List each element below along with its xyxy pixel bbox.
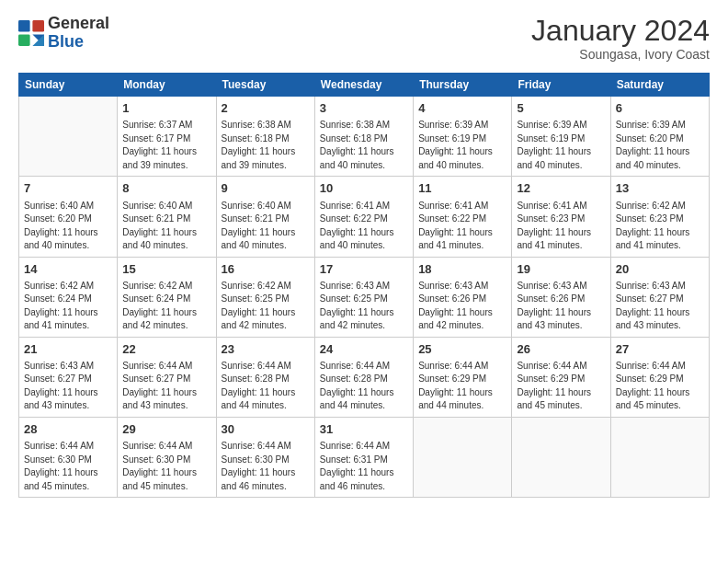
day-number: 14 bbox=[24, 261, 112, 278]
day-number: 20 bbox=[616, 261, 704, 278]
calendar-cell: 16 Sunrise: 6:42 AMSunset: 6:25 PMDaylig… bbox=[216, 257, 314, 337]
day-info: Sunrise: 6:37 AMSunset: 6:17 PMDaylight:… bbox=[122, 119, 210, 172]
calendar-cell: 15 Sunrise: 6:42 AMSunset: 6:24 PMDaylig… bbox=[118, 257, 216, 337]
day-info: Sunrise: 6:41 AMSunset: 6:23 PMDaylight:… bbox=[517, 200, 605, 253]
title-block: January 2024 Soungasa, Ivory Coast bbox=[531, 15, 710, 62]
svg-rect-2 bbox=[18, 34, 30, 46]
day-number: 31 bbox=[320, 421, 408, 438]
calendar-cell: 29 Sunrise: 6:44 AMSunset: 6:30 PMDaylig… bbox=[118, 417, 216, 497]
day-number: 1 bbox=[122, 100, 210, 117]
col-friday: Friday bbox=[512, 74, 610, 97]
day-info: Sunrise: 6:38 AMSunset: 6:18 PMDaylight:… bbox=[320, 119, 408, 172]
day-info: Sunrise: 6:39 AMSunset: 6:20 PMDaylight:… bbox=[616, 119, 704, 172]
day-info: Sunrise: 6:44 AMSunset: 6:29 PMDaylight:… bbox=[517, 360, 605, 413]
col-thursday: Thursday bbox=[414, 74, 512, 97]
calendar-cell: 6 Sunrise: 6:39 AMSunset: 6:20 PMDayligh… bbox=[610, 97, 709, 177]
calendar-week-2: 7 Sunrise: 6:40 AMSunset: 6:20 PMDayligh… bbox=[19, 177, 710, 257]
day-info: Sunrise: 6:44 AMSunset: 6:30 PMDaylight:… bbox=[24, 440, 112, 493]
day-number: 9 bbox=[222, 180, 310, 197]
day-info: Sunrise: 6:40 AMSunset: 6:21 PMDaylight:… bbox=[222, 200, 310, 253]
day-info: Sunrise: 6:43 AMSunset: 6:27 PMDaylight:… bbox=[24, 360, 112, 413]
calendar-week-1: 1 Sunrise: 6:37 AMSunset: 6:17 PMDayligh… bbox=[19, 97, 710, 177]
day-number: 21 bbox=[24, 341, 112, 358]
calendar-cell: 4 Sunrise: 6:39 AMSunset: 6:19 PMDayligh… bbox=[414, 97, 512, 177]
calendar-cell: 31 Sunrise: 6:44 AMSunset: 6:31 PMDaylig… bbox=[314, 417, 413, 497]
day-info: Sunrise: 6:43 AMSunset: 6:25 PMDaylight:… bbox=[320, 280, 408, 333]
day-number: 5 bbox=[517, 100, 605, 117]
calendar-cell bbox=[414, 417, 512, 497]
day-number: 3 bbox=[320, 100, 408, 117]
col-saturday: Saturday bbox=[610, 74, 709, 97]
day-number: 23 bbox=[222, 341, 310, 358]
calendar-cell bbox=[19, 97, 118, 177]
day-info: Sunrise: 6:42 AMSunset: 6:24 PMDaylight:… bbox=[122, 280, 210, 333]
day-info: Sunrise: 6:42 AMSunset: 6:24 PMDaylight:… bbox=[24, 280, 112, 333]
calendar-cell: 26 Sunrise: 6:44 AMSunset: 6:29 PMDaylig… bbox=[512, 337, 610, 417]
calendar-cell: 8 Sunrise: 6:40 AMSunset: 6:21 PMDayligh… bbox=[118, 177, 216, 257]
day-number: 28 bbox=[24, 421, 112, 438]
calendar-cell: 10 Sunrise: 6:41 AMSunset: 6:22 PMDaylig… bbox=[314, 177, 413, 257]
calendar-cell bbox=[610, 417, 709, 497]
calendar-cell: 27 Sunrise: 6:44 AMSunset: 6:29 PMDaylig… bbox=[610, 337, 709, 417]
logo-blue: Blue bbox=[48, 32, 84, 51]
day-number: 10 bbox=[320, 180, 408, 197]
day-number: 24 bbox=[320, 341, 408, 358]
day-info: Sunrise: 6:40 AMSunset: 6:21 PMDaylight:… bbox=[122, 200, 210, 253]
calendar-cell: 7 Sunrise: 6:40 AMSunset: 6:20 PMDayligh… bbox=[19, 177, 118, 257]
day-number: 18 bbox=[418, 261, 506, 278]
col-wednesday: Wednesday bbox=[314, 74, 413, 97]
calendar-week-4: 21 Sunrise: 6:43 AMSunset: 6:27 PMDaylig… bbox=[19, 337, 710, 417]
day-number: 26 bbox=[517, 341, 605, 358]
day-info: Sunrise: 6:38 AMSunset: 6:18 PMDaylight:… bbox=[222, 119, 310, 172]
month-title: January 2024 bbox=[531, 15, 710, 47]
calendar-cell: 2 Sunrise: 6:38 AMSunset: 6:18 PMDayligh… bbox=[216, 97, 314, 177]
day-info: Sunrise: 6:44 AMSunset: 6:29 PMDaylight:… bbox=[616, 360, 704, 413]
day-number: 7 bbox=[24, 180, 112, 197]
logo: GeneralBlue bbox=[18, 15, 109, 52]
calendar-cell: 30 Sunrise: 6:44 AMSunset: 6:30 PMDaylig… bbox=[216, 417, 314, 497]
day-info: Sunrise: 6:43 AMSunset: 6:26 PMDaylight:… bbox=[418, 280, 506, 333]
day-info: Sunrise: 6:42 AMSunset: 6:25 PMDaylight:… bbox=[222, 280, 310, 333]
day-number: 13 bbox=[616, 180, 704, 197]
calendar-cell: 12 Sunrise: 6:41 AMSunset: 6:23 PMDaylig… bbox=[512, 177, 610, 257]
day-info: Sunrise: 6:43 AMSunset: 6:27 PMDaylight:… bbox=[616, 280, 704, 333]
calendar-cell: 18 Sunrise: 6:43 AMSunset: 6:26 PMDaylig… bbox=[414, 257, 512, 337]
calendar-week-5: 28 Sunrise: 6:44 AMSunset: 6:30 PMDaylig… bbox=[19, 417, 710, 497]
day-info: Sunrise: 6:42 AMSunset: 6:23 PMDaylight:… bbox=[616, 200, 704, 253]
day-info: Sunrise: 6:44 AMSunset: 6:29 PMDaylight:… bbox=[418, 360, 506, 413]
calendar-cell: 9 Sunrise: 6:40 AMSunset: 6:21 PMDayligh… bbox=[216, 177, 314, 257]
logo-text: GeneralBlue bbox=[48, 15, 109, 52]
calendar-cell: 28 Sunrise: 6:44 AMSunset: 6:30 PMDaylig… bbox=[19, 417, 118, 497]
location-subtitle: Soungasa, Ivory Coast bbox=[531, 47, 710, 62]
col-tuesday: Tuesday bbox=[216, 74, 314, 97]
day-number: 15 bbox=[122, 261, 210, 278]
calendar-body: 1 Sunrise: 6:37 AMSunset: 6:17 PMDayligh… bbox=[19, 97, 710, 498]
header: GeneralBlue January 2024 Soungasa, Ivory… bbox=[18, 15, 710, 62]
calendar-cell: 3 Sunrise: 6:38 AMSunset: 6:18 PMDayligh… bbox=[314, 97, 413, 177]
calendar-cell: 14 Sunrise: 6:42 AMSunset: 6:24 PMDaylig… bbox=[19, 257, 118, 337]
day-info: Sunrise: 6:39 AMSunset: 6:19 PMDaylight:… bbox=[517, 119, 605, 172]
day-number: 27 bbox=[616, 341, 704, 358]
calendar-week-3: 14 Sunrise: 6:42 AMSunset: 6:24 PMDaylig… bbox=[19, 257, 710, 337]
day-number: 4 bbox=[418, 100, 506, 117]
day-number: 22 bbox=[122, 341, 210, 358]
calendar-cell: 20 Sunrise: 6:43 AMSunset: 6:27 PMDaylig… bbox=[610, 257, 709, 337]
calendar-cell: 13 Sunrise: 6:42 AMSunset: 6:23 PMDaylig… bbox=[610, 177, 709, 257]
calendar-cell bbox=[512, 417, 610, 497]
calendar-cell: 5 Sunrise: 6:39 AMSunset: 6:19 PMDayligh… bbox=[512, 97, 610, 177]
calendar-cell: 24 Sunrise: 6:44 AMSunset: 6:28 PMDaylig… bbox=[314, 337, 413, 417]
calendar-table: Sunday Monday Tuesday Wednesday Thursday… bbox=[18, 73, 710, 498]
day-info: Sunrise: 6:41 AMSunset: 6:22 PMDaylight:… bbox=[418, 200, 506, 253]
day-info: Sunrise: 6:44 AMSunset: 6:28 PMDaylight:… bbox=[222, 360, 310, 413]
day-number: 17 bbox=[320, 261, 408, 278]
day-info: Sunrise: 6:44 AMSunset: 6:30 PMDaylight:… bbox=[222, 440, 310, 493]
header-row: Sunday Monday Tuesday Wednesday Thursday… bbox=[19, 74, 710, 97]
day-info: Sunrise: 6:44 AMSunset: 6:27 PMDaylight:… bbox=[122, 360, 210, 413]
day-info: Sunrise: 6:40 AMSunset: 6:20 PMDaylight:… bbox=[24, 200, 112, 253]
day-number: 8 bbox=[122, 180, 210, 197]
calendar-cell: 19 Sunrise: 6:43 AMSunset: 6:26 PMDaylig… bbox=[512, 257, 610, 337]
day-info: Sunrise: 6:44 AMSunset: 6:28 PMDaylight:… bbox=[320, 360, 408, 413]
col-sunday: Sunday bbox=[19, 74, 118, 97]
logo-icon bbox=[18, 20, 44, 46]
day-info: Sunrise: 6:44 AMSunset: 6:31 PMDaylight:… bbox=[320, 440, 408, 493]
